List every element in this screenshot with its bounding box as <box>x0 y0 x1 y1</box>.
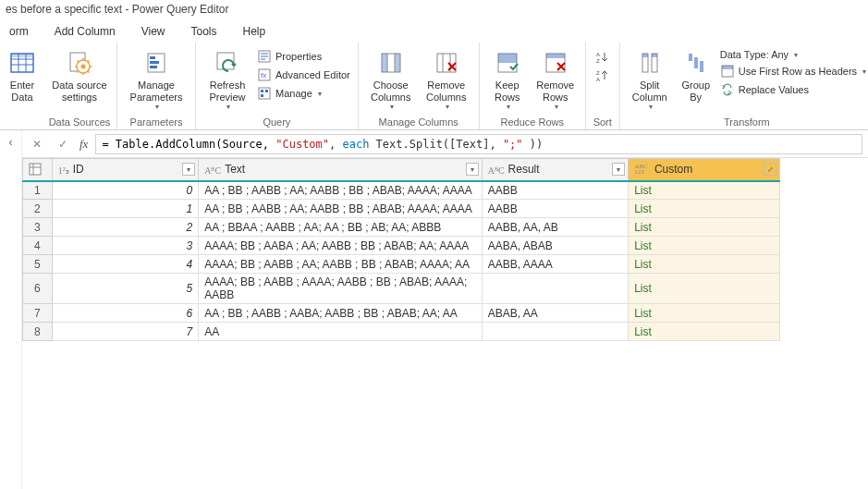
cell-text[interactable]: AA ; BB ; AABB ; AABA; AABB ; BB ; ABAB;… <box>199 304 482 323</box>
column-expand-custom[interactable]: ⤢ <box>764 163 776 176</box>
cell-result[interactable]: AABB <box>482 181 629 200</box>
menu-view[interactable]: View <box>141 25 165 38</box>
cell-custom[interactable]: List <box>629 218 780 237</box>
cell-id[interactable]: 5 <box>52 274 199 304</box>
cell-id[interactable]: 0 <box>52 181 199 200</box>
sort-asc-button[interactable]: AZ <box>592 50 614 65</box>
cell-id[interactable]: 1 <box>52 200 199 218</box>
replace-values-icon: 12 <box>720 82 735 97</box>
table-row[interactable]: 54AAAA; BB ; AABB ; AA; AABB ; BB ; ABAB… <box>23 255 780 274</box>
cell-result[interactable]: AABB, AA, AB <box>482 218 629 237</box>
svg-rect-49 <box>722 66 733 69</box>
properties-button[interactable]: Properties <box>255 48 352 65</box>
table-row[interactable]: 76AA ; BB ; AABB ; AABA; AABB ; BB ; ABA… <box>23 304 780 323</box>
cell-text[interactable]: AAAA; BB ; AABA ; AA; AABB ; BB ; ABAB; … <box>199 237 482 255</box>
cell-custom[interactable]: List <box>629 323 780 341</box>
column-filter-text[interactable]: ▾ <box>466 163 479 176</box>
group-manage-columns: Manage Columns <box>364 115 473 128</box>
table-row[interactable]: 21AA ; BB ; AABB ; AA; AABB ; BB ; ABAB;… <box>23 200 780 218</box>
data-source-settings-button[interactable]: Data source settings <box>48 46 111 104</box>
svg-rect-10 <box>150 56 155 59</box>
cell-text[interactable]: AA ; BB ; AABB ; AA; AABB ; BB ; ABAB; A… <box>199 200 482 218</box>
svg-rect-45 <box>689 54 692 61</box>
column-filter-id[interactable]: ▾ <box>182 163 195 176</box>
choose-columns-button[interactable]: Choose Columns▾ <box>364 46 418 113</box>
cell-text[interactable]: AA ; BB ; AABB ; AA; AABB ; BB ; ABAB; A… <box>199 181 482 200</box>
row-number[interactable]: 2 <box>23 200 53 218</box>
data-grid[interactable]: 1²₃ID ▾ AᴮCText ▾ AᴮCResult ▾ ABC 123 <box>22 158 780 341</box>
row-number[interactable]: 7 <box>23 304 53 323</box>
cell-result[interactable] <box>482 274 629 304</box>
cell-custom[interactable]: List <box>629 255 780 274</box>
refresh-preview-button[interactable]: Refresh Preview▾ <box>202 46 253 113</box>
table-row[interactable]: 65AAAA; BB ; AABB ; AAAA; AABB ; BB ; AB… <box>23 274 780 304</box>
data-type-button[interactable]: Data Type: Any▾ <box>718 48 868 61</box>
table-row[interactable]: 87AAList <box>23 323 780 341</box>
cell-custom[interactable]: List <box>629 237 780 255</box>
formula-input[interactable]: = Table.AddColumn(Source, "Custom", each… <box>95 134 862 154</box>
cell-id[interactable]: 3 <box>52 237 199 255</box>
column-header-custom[interactable]: ABC 123 Custom ⤢ <box>629 159 780 181</box>
column-header-result[interactable]: AᴮCResult ▾ <box>482 159 629 181</box>
cell-id[interactable]: 2 <box>52 218 199 237</box>
formula-cancel-button[interactable]: ✕ <box>28 135 46 153</box>
advanced-editor-button[interactable]: fx Advanced Editor <box>255 67 352 83</box>
split-column-button[interactable]: Split Column▾ <box>626 46 674 113</box>
table-row[interactable]: 10AA ; BB ; AABB ; AA; AABB ; BB ; ABAB;… <box>23 181 780 200</box>
svg-rect-43 <box>642 54 648 57</box>
remove-columns-icon <box>432 48 461 78</box>
cell-text[interactable]: AA <box>199 323 482 341</box>
queries-pane-toggle[interactable]: ‹ <box>0 130 22 489</box>
column-filter-result[interactable]: ▾ <box>612 163 625 176</box>
cell-text[interactable]: AAAA; BB ; AABB ; AA; AABB ; BB ; ABAB; … <box>199 255 482 274</box>
cell-custom[interactable]: List <box>629 200 780 218</box>
cell-id[interactable]: 6 <box>52 304 199 323</box>
row-number[interactable]: 8 <box>23 323 53 341</box>
menu-transform[interactable]: orm <box>9 25 29 38</box>
menu-help[interactable]: Help <box>243 25 266 38</box>
remove-rows-button[interactable]: Remove Rows▾ <box>532 46 580 113</box>
cell-result[interactable]: AABB, AAAA <box>482 255 629 274</box>
settings-gear-icon <box>65 48 94 78</box>
row-number[interactable]: 4 <box>23 237 53 255</box>
menu-bar: orm Add Column View Tools Help <box>0 20 868 43</box>
replace-values-button[interactable]: 12 Replace Values <box>718 81 868 98</box>
cell-id[interactable]: 7 <box>52 323 199 341</box>
row-number[interactable]: 1 <box>23 181 53 200</box>
enter-data-button[interactable]: Enter Data <box>2 46 43 104</box>
cell-custom[interactable]: List <box>629 304 780 323</box>
formula-commit-button[interactable]: ✓ <box>54 135 72 153</box>
sort-desc-button[interactable]: ZA <box>592 68 614 83</box>
cell-id[interactable]: 4 <box>52 255 199 274</box>
cell-custom[interactable]: List <box>629 274 780 304</box>
use-first-row-button[interactable]: Use First Row as Headers▾ <box>718 63 868 79</box>
cell-result[interactable] <box>482 323 629 341</box>
menu-add-column[interactable]: Add Column <box>55 25 116 38</box>
cell-text[interactable]: AAAA; BB ; AABB ; AAAA; AABB ; BB ; ABAB… <box>199 274 482 304</box>
group-by-button[interactable]: Group By <box>676 46 716 104</box>
menu-tools[interactable]: Tools <box>191 25 217 38</box>
table-row[interactable]: 43AAAA; BB ; AABA ; AA; AABB ; BB ; ABAB… <box>23 237 780 255</box>
manage-parameters-button[interactable]: Manage Parameters▾ <box>123 46 189 113</box>
table-row[interactable]: 32AA ; BBAA ; AABB ; AA; AA ; BB ; AB; A… <box>23 218 780 237</box>
row-number[interactable]: 5 <box>23 255 53 274</box>
svg-rect-21 <box>261 90 263 92</box>
fx-button[interactable]: fx <box>79 137 88 152</box>
row-number[interactable]: 6 <box>23 274 53 304</box>
cell-result[interactable]: AABA, ABAB <box>482 237 629 255</box>
keep-rows-button[interactable]: Keep Rows▾ <box>485 46 530 113</box>
manage-button[interactable]: Manage▾ <box>255 85 352 102</box>
svg-rect-5 <box>11 54 33 57</box>
svg-text:A: A <box>596 52 600 57</box>
cell-result[interactable]: ABAB, AA <box>482 304 629 323</box>
cell-custom[interactable]: List <box>629 181 780 200</box>
cell-text[interactable]: AA ; BBAA ; AABB ; AA; AA ; BB ; AB; AA;… <box>199 218 482 237</box>
row-number[interactable]: 3 <box>23 218 53 237</box>
cell-result[interactable]: AABB <box>482 200 629 218</box>
column-header-text[interactable]: AᴮCText ▾ <box>199 159 482 181</box>
svg-rect-44 <box>652 54 657 57</box>
column-header-id[interactable]: 1²₃ID ▾ <box>52 159 199 181</box>
remove-columns-button[interactable]: Remove Columns▾ <box>420 46 473 113</box>
svg-rect-34 <box>498 58 517 63</box>
table-corner-button[interactable] <box>23 159 53 181</box>
